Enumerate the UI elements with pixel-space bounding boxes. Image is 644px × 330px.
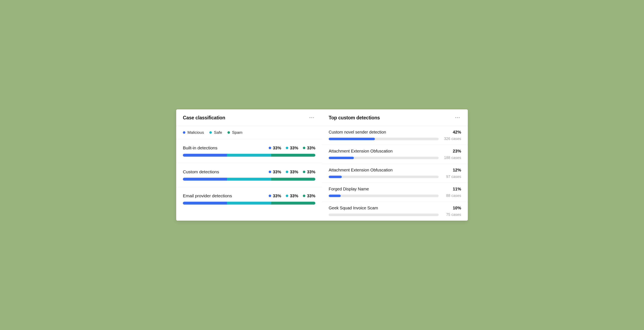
row-header: Geek Squad Invoice Scam 10% — [329, 206, 461, 210]
dot-icon — [269, 194, 271, 197]
row-label: Custom detections — [183, 170, 219, 174]
value-text: 33% — [290, 194, 298, 198]
more-icon[interactable]: ••• — [454, 115, 461, 121]
detection-percent: 12% — [453, 168, 461, 172]
dot-icon — [286, 170, 288, 173]
detection-percent: 42% — [453, 130, 461, 134]
bar-fill — [329, 138, 375, 140]
classification-row: Built-in detections 33% 33% 33% — [176, 139, 322, 163]
bar-segment-spam — [271, 202, 315, 204]
detection-row: Attachment Extension Obfuscation 12% 97 … — [322, 164, 468, 183]
classification-row: Custom detections 33% 33% 33% — [176, 163, 322, 187]
dot-icon — [303, 194, 305, 197]
legend-item-safe: Safe — [209, 130, 222, 135]
dot-icon — [209, 131, 212, 134]
panel-header: Top custom detections ••• — [322, 110, 468, 126]
dot-icon — [303, 170, 305, 173]
classification-row: Email provider detections 33% 33% 33% — [176, 187, 322, 211]
detection-row: Custom novel sender detection 42% 326 ca… — [322, 126, 468, 145]
value-text: 33% — [273, 146, 281, 150]
panel-header: Case classification ••• — [176, 110, 322, 126]
value-spam: 33% — [303, 146, 315, 150]
row-header: Attachment Extension Obfuscation 23% — [329, 149, 461, 154]
stacked-bar — [183, 202, 315, 204]
bar-segment-safe — [227, 202, 271, 204]
case-count: 75 cases — [442, 212, 461, 217]
value-text: 33% — [290, 170, 298, 174]
legend: Malicious Safe Spam — [176, 126, 322, 139]
value-text: 33% — [307, 146, 315, 150]
detection-name: Forged Display Name — [329, 187, 369, 192]
value-safe: 33% — [286, 170, 298, 174]
value-text: 33% — [273, 170, 281, 174]
case-count: 97 cases — [442, 174, 461, 179]
row-header: Email provider detections 33% 33% 33% — [183, 193, 315, 198]
dot-icon — [286, 194, 288, 197]
detection-row: Geek Squad Invoice Scam 10% 75 cases — [322, 202, 468, 220]
legend-item-spam: Spam — [228, 130, 242, 135]
detection-rows: Custom novel sender detection 42% 326 ca… — [322, 126, 468, 220]
value-spam: 33% — [303, 194, 315, 198]
classification-rows: Built-in detections 33% 33% 33% Custom d… — [176, 139, 322, 211]
value-spam: 33% — [303, 170, 315, 174]
bar-track — [329, 157, 439, 159]
row-label: Email provider detections — [183, 193, 232, 198]
dot-icon — [269, 147, 271, 149]
value-malicious: 33% — [269, 146, 281, 150]
detection-name: Attachment Extension Obfuscation — [329, 168, 392, 172]
more-icon[interactable]: ••• — [308, 115, 315, 121]
detection-percent: 23% — [453, 149, 461, 154]
dot-icon — [303, 147, 305, 149]
row-header: Attachment Extension Obfuscation 12% — [329, 168, 461, 172]
legend-label: Safe — [214, 130, 222, 135]
row-label: Built-in detections — [183, 146, 218, 150]
stacked-bar — [183, 154, 315, 157]
row-header: Custom novel sender detection 42% — [329, 130, 461, 134]
value-malicious: 33% — [269, 170, 281, 174]
row-header: Built-in detections 33% 33% 33% — [183, 146, 315, 150]
row-header: Custom detections 33% 33% 33% — [183, 170, 315, 174]
value-text: 33% — [307, 194, 315, 198]
row-values: 33% 33% 33% — [269, 170, 315, 174]
bar-segment-spam — [271, 154, 315, 157]
case-classification-panel: Case classification ••• Malicious Safe S… — [176, 110, 322, 220]
bar-segment-malicious — [183, 178, 227, 180]
dot-icon — [183, 131, 185, 134]
case-count: 88 cases — [442, 194, 461, 198]
legend-item-malicious: Malicious — [183, 130, 204, 135]
bar-fill — [329, 157, 354, 159]
bar-track — [329, 214, 439, 216]
dot-icon — [228, 131, 230, 134]
value-safe: 33% — [286, 194, 298, 198]
row-header: Forged Display Name 11% — [329, 187, 461, 192]
bar-track — [329, 176, 439, 178]
top-custom-detections-panel: Top custom detections ••• Custom novel s… — [322, 110, 468, 220]
detection-row: Attachment Extension Obfuscation 23% 188… — [322, 145, 468, 164]
bar-segment-malicious — [183, 202, 227, 204]
value-malicious: 33% — [269, 194, 281, 198]
bar-segment-safe — [227, 178, 271, 180]
bar-track — [329, 138, 439, 140]
case-count: 188 cases — [442, 156, 461, 160]
row-values: 33% 33% 33% — [269, 146, 315, 150]
bar-with-count: 75 cases — [329, 212, 461, 217]
bar-with-count: 97 cases — [329, 174, 461, 179]
legend-label: Spam — [232, 130, 242, 135]
detection-name: Attachment Extension Obfuscation — [329, 149, 392, 154]
detection-name: Custom novel sender detection — [329, 130, 386, 134]
bar-segment-malicious — [183, 154, 227, 157]
legend-label: Malicious — [188, 130, 204, 135]
bar-segment-spam — [271, 178, 315, 180]
dashboard-card: Case classification ••• Malicious Safe S… — [176, 110, 468, 220]
detection-name: Geek Squad Invoice Scam — [329, 206, 378, 210]
value-text: 33% — [307, 170, 315, 174]
panel-title: Case classification — [183, 115, 225, 120]
bar-fill — [329, 176, 342, 178]
row-values: 33% 33% 33% — [269, 194, 315, 198]
stacked-bar — [183, 178, 315, 180]
bar-segment-safe — [227, 154, 271, 157]
detection-row: Forged Display Name 11% 88 cases — [322, 183, 468, 202]
bar-fill — [329, 194, 341, 197]
bar-with-count: 88 cases — [329, 194, 461, 198]
bar-with-count: 326 cases — [329, 137, 461, 141]
